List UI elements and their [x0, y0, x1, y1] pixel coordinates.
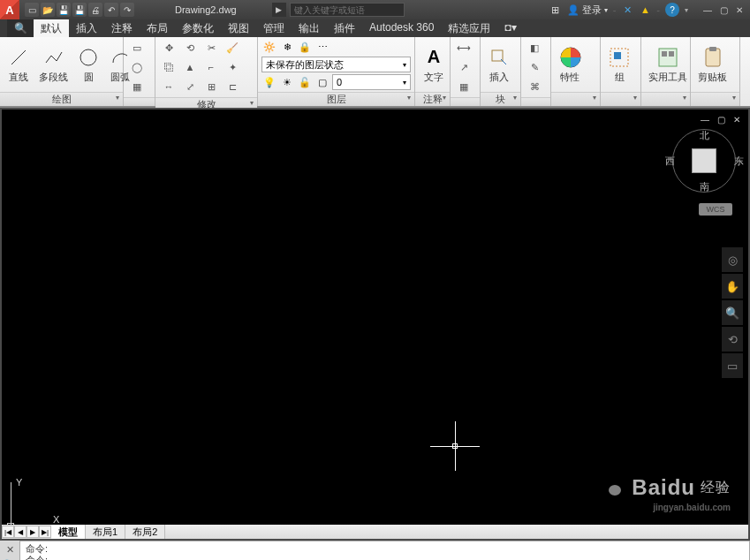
- layout-prev-icon[interactable]: ◀: [14, 526, 27, 538]
- panel-clip-title[interactable]: ▾: [691, 92, 739, 106]
- tab-annotate[interactable]: 注释: [104, 19, 140, 37]
- layout-tab-1[interactable]: 布局1: [86, 525, 125, 539]
- nav-wheel-icon[interactable]: ◎: [722, 247, 743, 272]
- drawing-area[interactable]: — ▢ ✕ 北 南 西 东 WCS ◎ ✋ 🔍 ⟲ ▭ Y X: [0, 108, 750, 541]
- help-search-input[interactable]: [290, 3, 405, 17]
- qat-redo-icon[interactable]: ↷: [120, 3, 134, 17]
- tab-default[interactable]: 默认: [34, 19, 69, 37]
- nav-orbit-icon[interactable]: ⟲: [722, 327, 743, 352]
- command-history[interactable]: 命令: 命令: 命令: <栅格 关>: [19, 541, 750, 560]
- table-icon[interactable]: ▦: [454, 78, 473, 95]
- viewcube-north[interactable]: 北: [698, 129, 710, 141]
- layout-tab-model[interactable]: 模型: [51, 525, 86, 539]
- layer-lock-icon[interactable]: 🔒: [297, 39, 313, 55]
- viewport-maximize-icon[interactable]: ▢: [715, 113, 727, 125]
- move-icon[interactable]: ✥: [159, 39, 178, 57]
- viewport-close-icon[interactable]: ✕: [731, 113, 743, 125]
- panel-layer-title[interactable]: 图层▾: [258, 92, 414, 106]
- qat-undo-icon[interactable]: ↶: [104, 3, 118, 17]
- hatch-icon[interactable]: ▦: [127, 78, 147, 95]
- exchange-icon[interactable]: ✕: [621, 4, 633, 16]
- minimize-icon[interactable]: —: [701, 4, 715, 16]
- explode-icon[interactable]: ✦: [223, 58, 242, 76]
- circle-button[interactable]: 圆: [73, 44, 103, 86]
- scale-icon[interactable]: ⤢: [180, 78, 200, 95]
- viewcube[interactable]: 北 南 西 东: [672, 129, 736, 193]
- insert-button[interactable]: 插入: [484, 44, 514, 86]
- stretch-icon[interactable]: ↔: [159, 78, 178, 95]
- panel-block-title[interactable]: 块▾: [481, 92, 520, 106]
- mirror-icon[interactable]: ▲: [180, 58, 200, 76]
- viewcube-face[interactable]: [692, 148, 716, 173]
- maximize-icon[interactable]: ▢: [716, 4, 731, 16]
- clipboard-button[interactable]: 剪贴板: [694, 44, 731, 86]
- tab-output[interactable]: 输出: [292, 19, 327, 37]
- layer-freeze-icon[interactable]: ❄: [279, 39, 295, 55]
- group-button[interactable]: 组: [604, 44, 634, 86]
- nav-zoom-icon[interactable]: 🔍: [722, 300, 743, 325]
- tab-view[interactable]: 视图: [221, 19, 256, 37]
- tab-featured[interactable]: 精选应用: [441, 19, 497, 37]
- panel-draw-title[interactable]: 绘图▾: [0, 92, 123, 106]
- tab-parametric[interactable]: 参数化: [175, 19, 221, 37]
- viewcube-south[interactable]: 南: [698, 180, 710, 193]
- trim-icon[interactable]: ✂: [201, 39, 221, 57]
- layout-tab-2[interactable]: 布局2: [125, 525, 165, 539]
- tab-expand-icon[interactable]: ◘▾: [497, 19, 523, 37]
- panel-utils-title[interactable]: ▾: [641, 92, 690, 106]
- erase-icon[interactable]: 🧹: [223, 39, 242, 57]
- qat-new-icon[interactable]: ▭: [25, 3, 39, 17]
- cmd-close-icon[interactable]: ✕: [6, 544, 14, 556]
- layout-next-icon[interactable]: ▶: [27, 526, 39, 538]
- tab-manage[interactable]: 管理: [256, 19, 292, 37]
- polyline-button[interactable]: 多段线: [35, 44, 72, 86]
- layout-last-icon[interactable]: ▶|: [39, 526, 51, 538]
- nav-showmotion-icon[interactable]: ▭: [722, 353, 743, 378]
- help-icon[interactable]: ?: [665, 3, 679, 17]
- layout-first-icon[interactable]: |◀: [2, 526, 14, 538]
- tab-addins[interactable]: 插件: [327, 19, 362, 37]
- qat-plot-icon[interactable]: 🖨: [88, 3, 102, 17]
- viewport-minimize-icon[interactable]: —: [699, 113, 711, 125]
- panel-group-title[interactable]: ▾: [601, 92, 640, 106]
- layer-props-icon[interactable]: 🔆: [261, 39, 277, 55]
- qat-saveas-icon[interactable]: 💾: [72, 3, 87, 17]
- close-icon[interactable]: ✕: [732, 4, 746, 16]
- signin-button[interactable]: 👤 登录 ▾: [567, 4, 608, 17]
- layer-state-combo[interactable]: 未保存的图层状态▾: [261, 57, 411, 72]
- rect-icon[interactable]: ▭: [127, 39, 147, 57]
- array-icon[interactable]: ⊞: [201, 78, 221, 95]
- dim-icon[interactable]: ⟷: [454, 39, 473, 57]
- fillet-icon[interactable]: ⌐: [201, 58, 221, 76]
- ribbon-minimize-icon[interactable]: 🔍: [7, 19, 34, 37]
- viewcube-west[interactable]: 西: [663, 155, 676, 167]
- offset-icon[interactable]: ⊏: [223, 78, 242, 95]
- panel-annotate-title[interactable]: 注释▾: [415, 92, 450, 106]
- rotate-icon[interactable]: ⟲: [180, 39, 200, 57]
- layer-more-icon[interactable]: ⋯: [314, 39, 330, 55]
- properties-button[interactable]: 特性: [555, 44, 585, 86]
- text-button[interactable]: A文字: [419, 44, 449, 86]
- layer-current-combo[interactable]: 0▾: [332, 74, 411, 90]
- edit-block-icon[interactable]: ✎: [525, 58, 544, 76]
- utilities-button[interactable]: 实用工具: [645, 44, 691, 86]
- nav-pan-icon[interactable]: ✋: [722, 274, 743, 299]
- leader-icon[interactable]: ↗: [454, 58, 473, 76]
- warning-icon[interactable]: ▲: [639, 4, 651, 16]
- panel-props-title[interactable]: ▾: [551, 92, 600, 106]
- wcs-badge[interactable]: WCS: [699, 203, 732, 216]
- create-block-icon[interactable]: ◧: [525, 39, 544, 57]
- ellipse-icon[interactable]: ◯: [127, 58, 147, 76]
- qat-save-icon[interactable]: 💾: [57, 3, 71, 17]
- attr-icon[interactable]: ⌘: [525, 78, 544, 95]
- search-arrow-icon[interactable]: ▶: [272, 3, 286, 17]
- tab-autodesk360[interactable]: Autodesk 360: [362, 19, 441, 37]
- qat-open-icon[interactable]: 📂: [41, 3, 55, 17]
- signin-toggle-icon[interactable]: ⊞: [549, 4, 562, 16]
- copy-icon[interactable]: ⿻: [159, 58, 178, 76]
- tab-layout[interactable]: 布局: [140, 19, 175, 37]
- line-button[interactable]: 直线: [4, 44, 34, 86]
- viewcube-east[interactable]: 东: [732, 155, 745, 167]
- app-logo-icon[interactable]: A: [0, 0, 19, 19]
- tab-insert[interactable]: 插入: [69, 19, 104, 37]
